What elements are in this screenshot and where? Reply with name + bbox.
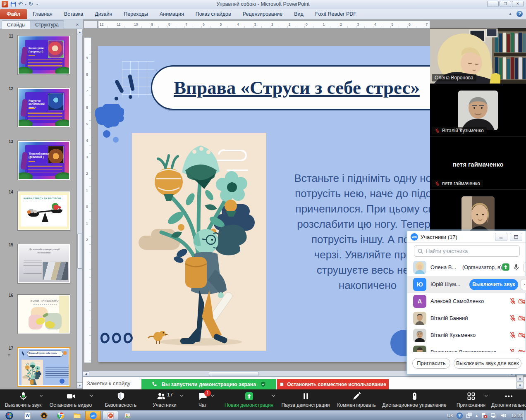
restore-button[interactable]: ❐ (500, 1, 511, 7)
taskbar-explorer[interactable] (69, 411, 84, 420)
participant-row[interactable]: Віталій Банний (407, 310, 526, 327)
slides-panel-scrollbar[interactable]: ▲ ▼ (77, 29, 83, 389)
show-desktop-button[interactable] (523, 410, 526, 420)
panel-restore-button[interactable] (510, 233, 522, 241)
chevron-down-icon[interactable] (89, 393, 94, 399)
ribbon-tab-bar: ФайлГлавнаяВставкаДизайнПереходыАнимация… (0, 9, 526, 19)
scrollbar-thumb[interactable] (77, 234, 82, 269)
help-button[interactable]: ? (516, 11, 523, 17)
ribbon-tab-показ-слайдов[interactable]: Показ слайдов (190, 9, 237, 19)
search-input[interactable] (426, 246, 517, 256)
tray-help-icon[interactable]: ? (457, 413, 463, 419)
toolbar-remote-button[interactable]: Дистанционное управление (379, 389, 450, 410)
next-slide-button[interactable]: ▼ (516, 382, 524, 389)
participant-row[interactable]: ЮЮрій Шум...Выключить звук⋯ (407, 276, 526, 293)
slide-thumbnail-11[interactable]: Канал уяви (творчості) (17, 35, 70, 75)
more-options-button[interactable]: ⋯ (521, 279, 526, 290)
slide-thumbnail-12[interactable]: Розум чи когнітивний канал (17, 88, 70, 127)
show-hidden-icons[interactable]: ▲ (475, 414, 478, 418)
start-button[interactable] (1, 411, 17, 420)
slide-thumbnail-17[interactable]: Вправа «Струси з себе стрес» (17, 347, 70, 387)
mute-participant-button[interactable]: Выключить звук (469, 279, 518, 290)
slide-thumbnail-14[interactable]: КАРТА СТРЕСУ ТА РЕСУРСІВ (17, 191, 70, 231)
toolbar-pause-button[interactable]: Пауза демонстрации (278, 389, 333, 410)
scroll-left-icon[interactable]: ◀ (83, 371, 89, 377)
video-tile-3[interactable]: петя гаймаченкопетя гаймаченко (430, 136, 526, 189)
zoom-toolbar: Выключить звукОстановить видеоБезопаснос… (0, 389, 526, 410)
volume-icon[interactable] (500, 412, 507, 419)
chevron-down-icon[interactable] (210, 393, 215, 399)
toolbar-pencil-button[interactable]: Комментировать (332, 389, 380, 410)
panel-minimize-button[interactable] (495, 233, 507, 241)
camera-button[interactable] (524, 262, 526, 272)
close-pane-icon[interactable]: ✕ (74, 21, 80, 27)
collapse-ribbon-icon[interactable]: ▲ (507, 12, 513, 17)
toolbar-apps-button[interactable]: Приложения (452, 389, 490, 410)
chevron-down-icon[interactable] (271, 393, 276, 399)
toolbar-more-button[interactable]: Дополнительно (491, 389, 526, 410)
chevron-down-icon[interactable] (179, 393, 184, 399)
close-button[interactable]: ✕ (512, 1, 524, 7)
tab-outline[interactable]: Структура (30, 20, 64, 29)
toolbar-shield-button[interactable]: Безопасность (98, 389, 143, 410)
scrollbar-thumb[interactable] (209, 372, 258, 376)
ribbon-tab-анимация[interactable]: Анимация (154, 9, 190, 19)
tab-slides[interactable]: Слайды (2, 20, 31, 29)
ruler-corner (84, 21, 97, 28)
chevron-down-icon[interactable] (483, 393, 489, 399)
taskbar-chrome[interactable] (53, 411, 68, 420)
participant-row[interactable]: Олена В...(Организатор, я) (407, 259, 526, 276)
taskbar-powerpoint[interactable]: P (103, 411, 118, 420)
taskbar-zoom[interactable]: zm (85, 411, 101, 420)
stop-share-button[interactable]: Остановить совместное использование (277, 379, 389, 389)
action-center-icon[interactable] (481, 412, 488, 419)
video-tile-2[interactable]: Віталій Кузьменко (430, 84, 526, 136)
share-icon (244, 391, 254, 401)
toolbar-label: Чат (189, 402, 216, 408)
participants-header[interactable]: zm Участники (17) (407, 231, 526, 243)
toolbar-chat-button[interactable]: 1Чат (189, 389, 216, 410)
video-tile-4[interactable] (430, 189, 526, 231)
scroll-down-icon[interactable]: ▼ (77, 382, 83, 389)
clock[interactable]: 12:23 (511, 413, 523, 418)
taskbar-app[interactable] (36, 411, 51, 420)
slide-thumbnail-15[interactable]: До методів саморегуляції належать: (17, 244, 70, 284)
chevron-down-icon[interactable] (38, 393, 44, 399)
ribbon-tab-переходы[interactable]: Переходы (118, 9, 154, 19)
slide-thumbnail-13[interactable]: Тілесний канал (фізичний ) (17, 141, 70, 180)
ribbon-tab-рецензирование[interactable]: Рецензирование (237, 9, 289, 19)
toolbar-video-button[interactable]: Остановить видео (46, 389, 95, 410)
invite-button[interactable]: Пригласить (412, 358, 450, 369)
toolbar-share-button[interactable]: Новая демонстрация (221, 389, 277, 410)
network-icon[interactable] (490, 412, 497, 419)
language-indicator[interactable]: UK (447, 413, 453, 418)
toolbar-mic-button[interactable]: Выключить звук (2, 389, 45, 410)
ribbon-tab-дизайн[interactable]: Дизайн (89, 9, 118, 19)
video-tile-1[interactable]: Олена Воронова (430, 28, 526, 84)
tray-window-icon[interactable] (466, 412, 472, 419)
participant-row[interactable]: Віталій Кузьменко (407, 327, 526, 344)
ribbon-tab-foxit-reader-pdf[interactable]: Foxit Reader PDF (309, 9, 362, 19)
participant-avatar (413, 261, 426, 274)
ribbon-tab-вставка[interactable]: Вставка (58, 9, 89, 19)
participant-row[interactable]: Валентина Владимировна (407, 344, 526, 353)
thumbnail-title: До методів саморегуляції належать: (24, 248, 65, 254)
mute-all-button[interactable]: Выключить звук для всех (454, 358, 521, 369)
slides-thumbnail-panel: 11Канал уяви (творчості)12Розум чи когні… (0, 29, 77, 389)
slide-thumbnail-16[interactable]: КОЛИ ТРИВОЖНО (17, 294, 70, 334)
ribbon-tab-вид[interactable]: Вид (288, 9, 309, 19)
notes-placeholder: Заметки к слайду (87, 380, 130, 387)
taskbar-app2[interactable] (120, 411, 135, 420)
toolbar-label: Остановить видео (46, 402, 95, 408)
slide-title-box[interactable]: Вправа «Струси з себе стрес» (151, 65, 466, 110)
previous-slide-button[interactable]: ▲ (516, 375, 524, 382)
participant-search[interactable] (414, 245, 520, 257)
minimize-button[interactable]: ─ (487, 1, 499, 7)
scroll-up-icon[interactable]: ▲ (77, 29, 83, 35)
taskbar-word[interactable]: W (20, 411, 35, 420)
toolbar-people-button[interactable]: 17Участники (144, 389, 185, 410)
ribbon-tab-главная[interactable]: Главная (27, 9, 58, 19)
participant-row[interactable]: ААлексей Самойленко (407, 293, 526, 310)
ribbon-tab-файл[interactable]: Файл (0, 9, 27, 19)
pane-tab-strip: Слайды Структура ✕ (0, 19, 83, 29)
